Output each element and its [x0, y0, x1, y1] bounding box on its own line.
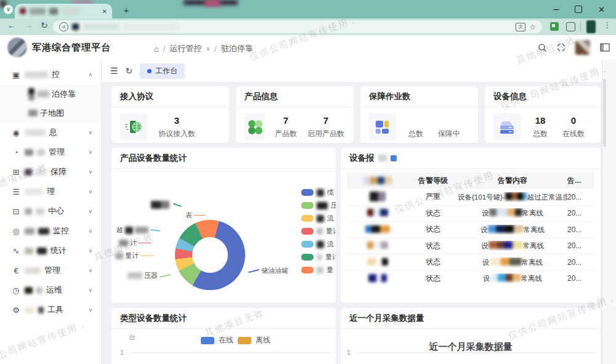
chart-inner-title: 近一个月采集数据量 [341, 341, 601, 353]
online-swatch[interactable] [201, 337, 214, 344]
alarm-content: 设常离线 [458, 208, 567, 218]
chart-title: 类型设备数量统计 [111, 308, 336, 329]
cell-redacted [370, 192, 386, 201]
sidebar-item-label: 中心 [48, 206, 64, 217]
sidebar-item-statistics[interactable]: ∿ 统计 ∨ [0, 241, 101, 261]
chevron-down-icon[interactable]: ∨ [206, 46, 210, 52]
breadcrumb-level1[interactable]: 运行管控 [169, 43, 201, 54]
sidebar-item-management[interactable]: ◔ 管理 ∨ [0, 142, 101, 162]
label-redacted [37, 149, 45, 156]
sidebar-item-ops[interactable]: ◷ 运维 ∨ [0, 280, 101, 300]
profile-avatar[interactable] [586, 20, 596, 33]
chevron-down-icon: ∨ [88, 169, 92, 175]
extensions-puzzle-icon[interactable] [566, 22, 575, 31]
browser-menu-icon[interactable]: ⋮ [603, 20, 611, 30]
sidebar-item-operation-control[interactable]: ▣ 控 ∧ [0, 65, 101, 84]
legend-online[interactable]: 在线 [219, 335, 233, 346]
gridline [357, 352, 596, 353]
fullscreen-icon[interactable] [557, 43, 565, 52]
gridline [130, 352, 331, 353]
sidebar-item-support[interactable]: ⊞ 保障 ∨ [0, 162, 101, 182]
maximize-button[interactable] [575, 6, 582, 13]
site-badge-icon: d [59, 22, 68, 31]
sidebar-subitem-submap[interactable]: 子地图 [0, 103, 101, 123]
alarm-level: 严重 [408, 192, 458, 202]
label-redacted [25, 208, 32, 215]
donut-chart: 表 超 计 量计 压器 [111, 169, 336, 303]
legend-item[interactable]: 量计 [301, 225, 336, 238]
alarm-content: 设常离线 [458, 273, 567, 283]
label-redacted [37, 91, 49, 97]
legend-item[interactable]: 量计 [301, 251, 336, 264]
legend-item[interactable]: 流 [301, 212, 336, 225]
user-avatar[interactable] [575, 40, 590, 55]
sidebar-subitem-berthing[interactable]: 泊停靠 [0, 84, 101, 103]
close-window-button[interactable]: ✕ [598, 5, 605, 14]
alarm-row: 状态 设常离线 20... [347, 271, 594, 287]
alarm-time: 20... [567, 225, 594, 234]
tab-workbench-label: 工作台 [155, 66, 177, 76]
cell-redacted [365, 225, 390, 233]
legend-item[interactable]: 缆 [301, 186, 336, 199]
breadcrumb-separator: / [163, 44, 166, 54]
app-title: 军港综合管理平台 [32, 42, 111, 54]
chevron-down-icon: ∨ [88, 129, 92, 135]
shield-icon: ◎ [11, 227, 21, 236]
home-icon[interactable]: ⌂ [154, 44, 159, 54]
sidebar-item-center[interactable]: ⊡ 中心 ∨ [0, 201, 101, 221]
donut-pie[interactable] [175, 220, 245, 290]
tab-search-chevron-icon[interactable]: ∨ [4, 5, 13, 14]
close-tab-icon[interactable]: ✕ [102, 8, 107, 15]
label-redacted [25, 307, 34, 313]
scrollbar-thumb[interactable] [603, 79, 606, 147]
legend-offline[interactable]: 离线 [256, 335, 270, 346]
layout-columns-icon[interactable] [600, 43, 610, 52]
breadcrumb-level2[interactable]: 驻泊停靠 [221, 43, 253, 54]
minimize-button[interactable]: – [553, 4, 559, 15]
app-header: 军港综合管理平台 ⌂ / 运行管控 ∨ / 驻泊停靠 [0, 35, 616, 60]
alarm-table-header: 告警等级 告警内容 告... [347, 172, 594, 189]
offline-swatch[interactable] [238, 337, 251, 344]
sidebar-nav: ▣ 控 ∧ 泊停靠 子地图 ◉ 息 ∨ ◔ 管理 [0, 60, 102, 364]
sidebar-item-label: 息 [49, 127, 57, 138]
new-tab-button[interactable]: + [120, 4, 133, 17]
url-bar[interactable]: d 文 ☆ [53, 20, 542, 33]
tab-workbench[interactable]: 工作台 [140, 63, 185, 79]
reload-icon[interactable]: ↻ [41, 20, 48, 30]
extension-icon[interactable] [550, 22, 559, 31]
metric-device-total: 18 总数 [529, 115, 551, 139]
search-icon[interactable] [538, 43, 547, 52]
sidebar-item-info[interactable]: ◉ 息 ∨ [0, 123, 101, 142]
alarm-content: 设常离线 [458, 225, 567, 235]
legend-item[interactable]: 量 [301, 264, 336, 277]
bookmark-star-icon[interactable]: ☆ [529, 23, 536, 31]
alarm-row: 状态 设常离线 20... [347, 206, 594, 222]
back-icon[interactable]: ← [7, 20, 16, 30]
cell-redacted [367, 258, 388, 265]
sidebar-item-tools[interactable]: ⚙ 工具 ∨ [0, 300, 101, 320]
label-redacted [25, 129, 46, 136]
collapse-sidebar-icon[interactable]: ☰ [110, 66, 118, 76]
sidebar-item-manage2[interactable]: ☰ 理 ∨ [0, 182, 101, 201]
refresh-icon[interactable]: ↻ [126, 66, 133, 76]
browser-tab[interactable]: ✕ [15, 4, 112, 18]
chart-title: 近一个月采集数据量 [341, 308, 601, 329]
browser-toolbar: ← → ↻ d 文 ☆ ⋮ [0, 18, 616, 35]
legend-item[interactable]: 流 [301, 238, 336, 251]
chevron-down-icon: ∨ [88, 287, 92, 293]
legend-item[interactable]: 压 [301, 199, 336, 212]
label-redacted [28, 88, 34, 100]
translate-icon[interactable]: 文 [516, 23, 525, 31]
label-redacted [38, 307, 44, 313]
sidebar-item-cost-management[interactable]: € 管理 ∨ [0, 261, 101, 280]
chevron-down-icon: ∨ [88, 267, 92, 273]
window-icon: ⊞ [11, 168, 21, 177]
label-redacted [135, 227, 148, 233]
alarm-level: 状态 [408, 208, 458, 219]
url-redacted [123, 23, 179, 30]
alarm-level: 状态 [408, 224, 458, 235]
y-axis-unit: 台 [129, 333, 136, 342]
forward-icon[interactable]: → [25, 20, 33, 30]
metric-product-count: 7 产品数 [272, 115, 299, 139]
sidebar-item-monitor[interactable]: ◎ 监控 ∨ [0, 221, 101, 241]
